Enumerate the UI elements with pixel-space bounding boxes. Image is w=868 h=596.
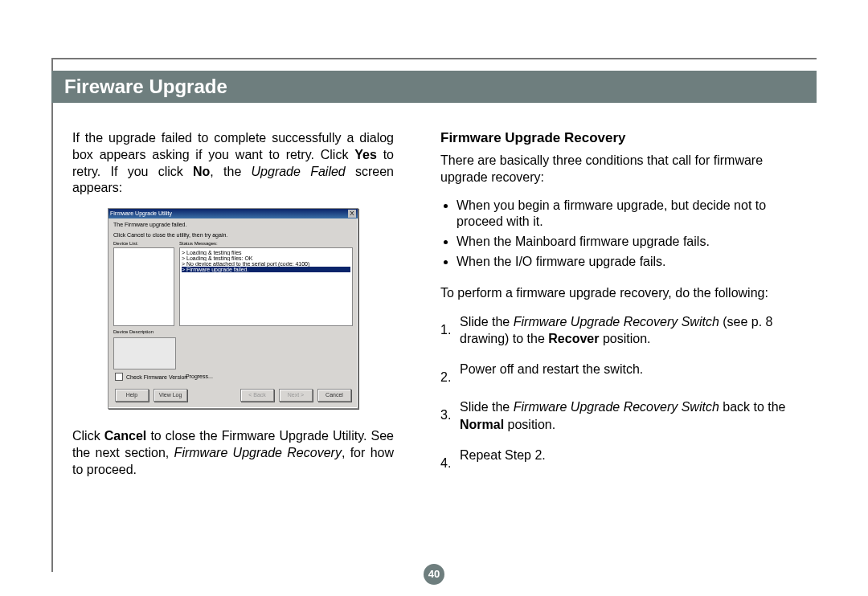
left-column: If the upgrade failed to complete succes… bbox=[72, 130, 394, 490]
device-list-section: Device List: Device Description bbox=[113, 241, 176, 369]
no-keyword: No bbox=[193, 165, 210, 178]
text: Slide the bbox=[460, 400, 514, 414]
back-button: < Back bbox=[240, 389, 274, 402]
section-title: Fireware Upgrade bbox=[64, 76, 227, 97]
status-line: > Loading & testing files: OK bbox=[182, 255, 350, 261]
recover-keyword: Recover bbox=[548, 332, 599, 345]
recovery-subhead: Firmware Upgrade Recovery bbox=[440, 130, 802, 146]
yes-keyword: Yes bbox=[354, 148, 377, 161]
status-section: Status Messages: > Loading & testing fil… bbox=[179, 241, 353, 369]
step-text: Repeat Step 2. bbox=[460, 447, 802, 472]
device-list-pane[interactable] bbox=[113, 247, 174, 326]
text: Slide the bbox=[460, 315, 514, 329]
recovery-term: Firmware Upgrade Recovery bbox=[174, 446, 342, 459]
window-title: Firmware Upgrade Utility bbox=[110, 209, 172, 218]
step-3: 3. Slide the Firmware Upgrade Recovery S… bbox=[440, 398, 802, 433]
step-1: 1. Slide the Firmware Upgrade Recovery S… bbox=[440, 313, 802, 348]
status-line: > No device attached to the serial port … bbox=[182, 261, 350, 267]
para-2: Click Cancel to close the Firmware Upgra… bbox=[72, 428, 394, 478]
window-body: The Firmware upgrade failed. Click Cance… bbox=[108, 218, 358, 373]
recovery-do: To perform a firmware upgrade recovery, … bbox=[440, 285, 802, 302]
device-desc-label: Device Description bbox=[113, 329, 176, 334]
check-firmware-label: Check Firmware Version bbox=[126, 374, 187, 380]
hint-message: Click Cancel to close the utility, then … bbox=[113, 232, 353, 238]
page-number: 40 bbox=[0, 564, 868, 585]
section-header: Fireware Upgrade bbox=[51, 71, 817, 103]
upgrade-failed-term: Upgrade Failed bbox=[252, 165, 346, 178]
top-rule bbox=[51, 58, 817, 59]
list-item: When you begin a firmware upgrade, but d… bbox=[457, 198, 802, 231]
step-4: 4. Repeat Step 2. bbox=[440, 447, 802, 472]
switch-term: Firmware Upgrade Recovery Switch bbox=[514, 315, 719, 329]
list-item: When the Mainboard firmware upgrade fail… bbox=[457, 234, 802, 251]
help-button[interactable]: Help bbox=[115, 389, 149, 402]
check-firmware-row[interactable]: Check Firmware Version bbox=[115, 373, 187, 381]
text: position. bbox=[599, 332, 650, 345]
checkbox-icon[interactable] bbox=[115, 373, 123, 381]
screenshot-upgrade-failed: Firmware Upgrade Utility X The Firmware … bbox=[108, 208, 358, 409]
switch-term: Firmware Upgrade Recovery Switch bbox=[514, 400, 719, 414]
para-1: If the upgrade failed to complete succes… bbox=[72, 130, 394, 197]
button-row: Help View Log < Back Next > Cancel bbox=[108, 389, 358, 402]
device-desc-pane bbox=[113, 337, 176, 369]
status-pane[interactable]: > Loading & testing files > Loading & te… bbox=[179, 247, 353, 326]
close-icon[interactable]: X bbox=[348, 210, 356, 218]
recovery-conditions: When you begin a firmware upgrade, but d… bbox=[440, 198, 802, 271]
status-label: Status Messages: bbox=[179, 241, 353, 246]
status-line-selected: > Firmware upgrade failed. bbox=[182, 267, 350, 272]
text: If the upgrade failed to complete succes… bbox=[72, 131, 394, 161]
step-text: Power off and restart the switch. bbox=[460, 361, 802, 386]
text: , the bbox=[210, 165, 251, 178]
step-number: 4. bbox=[440, 447, 460, 472]
list-item: When the I/O firmware upgrade fails. bbox=[457, 254, 802, 271]
step-text: Slide the Firmware Upgrade Recovery Swit… bbox=[460, 313, 802, 348]
text: back to the bbox=[719, 400, 786, 414]
recovery-steps: 1. Slide the Firmware Upgrade Recovery S… bbox=[440, 313, 802, 472]
cancel-button[interactable]: Cancel bbox=[317, 389, 351, 402]
progress-label: Progress... bbox=[186, 374, 213, 379]
right-column: Firmware Upgrade Recovery There are basi… bbox=[440, 130, 802, 484]
step-number: 1. bbox=[440, 313, 460, 348]
fail-message: The Firmware upgrade failed. bbox=[113, 222, 353, 227]
step-number: 3. bbox=[440, 398, 460, 433]
device-list-label: Device List: bbox=[113, 241, 176, 246]
normal-keyword: Normal bbox=[460, 418, 504, 431]
step-number: 2. bbox=[440, 361, 460, 386]
status-line: > Loading & testing files bbox=[182, 250, 350, 255]
step-text: Slide the Firmware Upgrade Recovery Swit… bbox=[460, 398, 802, 433]
text: position. bbox=[504, 418, 555, 431]
page-number-badge: 40 bbox=[424, 564, 444, 585]
step-2: 2. Power off and restart the switch. bbox=[440, 361, 802, 386]
window-titlebar: Firmware Upgrade Utility X bbox=[108, 209, 358, 218]
next-button: Next > bbox=[279, 389, 313, 402]
left-rule bbox=[51, 58, 53, 572]
text: Click bbox=[72, 429, 104, 443]
cancel-keyword: Cancel bbox=[104, 429, 146, 443]
recovery-intro: There are basically three conditions tha… bbox=[440, 153, 802, 186]
view-log-button[interactable]: View Log bbox=[154, 389, 187, 402]
